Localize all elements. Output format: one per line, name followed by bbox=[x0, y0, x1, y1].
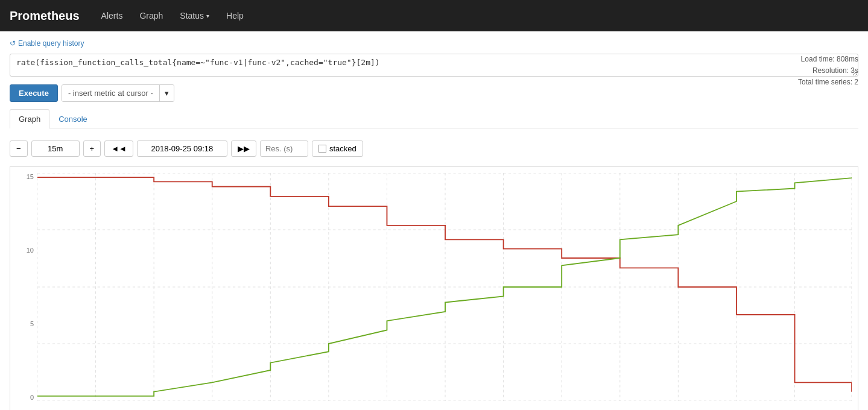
brand-logo[interactable]: Prometheus bbox=[10, 9, 80, 23]
stacked-checkbox-icon bbox=[318, 145, 326, 153]
insert-metric-select[interactable]: - insert metric at cursor - bbox=[62, 85, 159, 101]
y-label-5: 5 bbox=[30, 320, 34, 327]
nav-status[interactable]: Status bbox=[173, 6, 217, 25]
nav-help[interactable]: Help bbox=[219, 6, 251, 25]
query-input-wrapper bbox=[10, 54, 858, 78]
main-content: ↺ Enable query history Load time: 808ms … bbox=[0, 31, 868, 410]
insert-metric-wrapper: - insert metric at cursor - ▾ bbox=[62, 84, 174, 102]
stacked-button[interactable]: stacked bbox=[312, 140, 363, 157]
y-label-10: 10 bbox=[27, 247, 34, 254]
load-info: Load time: 808ms Resolution: 3s Total ti… bbox=[798, 54, 858, 89]
insert-metric-dropdown-button[interactable]: ▾ bbox=[159, 85, 174, 101]
navbar: Prometheus Alerts Graph Status Help bbox=[0, 0, 868, 31]
y-axis: 15 10 5 0 bbox=[10, 173, 37, 401]
graph-controls: − + ◄◄ ▶▶ stacked bbox=[10, 136, 858, 162]
y-label-15: 15 bbox=[27, 173, 34, 180]
tab-graph[interactable]: Graph bbox=[10, 109, 49, 128]
stacked-label: stacked bbox=[329, 144, 356, 153]
query-history-label: Enable query history bbox=[18, 39, 84, 48]
tab-console[interactable]: Console bbox=[49, 109, 97, 128]
resolution-input[interactable] bbox=[260, 140, 308, 157]
zoom-in-button[interactable]: + bbox=[83, 140, 101, 157]
tabs: Graph Console bbox=[10, 109, 858, 128]
query-row: Load time: 808ms Resolution: 3s Total ti… bbox=[10, 54, 858, 78]
nav-graph[interactable]: Graph bbox=[132, 6, 170, 25]
y-label-0: 0 bbox=[30, 394, 34, 401]
history-icon: ↺ bbox=[10, 39, 16, 48]
total-series: Total time series: 2 bbox=[798, 77, 858, 88]
query-input[interactable] bbox=[10, 54, 858, 77]
chart-svg bbox=[37, 173, 852, 401]
query-history-link[interactable]: ↺ Enable query history bbox=[10, 39, 84, 48]
red-line bbox=[37, 177, 852, 392]
execute-button[interactable]: Execute bbox=[10, 84, 58, 102]
forward-button[interactable]: ▶▶ bbox=[231, 140, 256, 157]
zoom-out-button[interactable]: − bbox=[10, 140, 28, 157]
resolution: Resolution: 3s bbox=[798, 65, 858, 77]
load-time: Load time: 808ms bbox=[798, 54, 858, 65]
nav-alerts[interactable]: Alerts bbox=[94, 6, 130, 25]
back-button[interactable]: ◄◄ bbox=[104, 140, 133, 157]
datetime-input[interactable] bbox=[137, 140, 227, 157]
controls-row: Execute - insert metric at cursor - ▾ bbox=[10, 84, 858, 102]
chart-container: 15 10 5 0 bbox=[10, 166, 858, 410]
nav-links: Alerts Graph Status Help bbox=[94, 6, 251, 25]
time-range-input[interactable] bbox=[31, 140, 80, 157]
